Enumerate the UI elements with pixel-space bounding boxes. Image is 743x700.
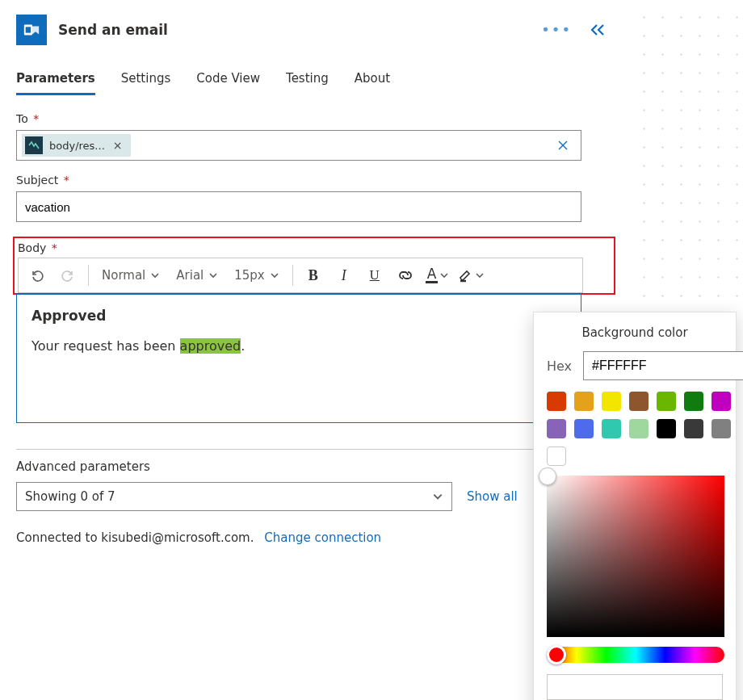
- chevron-down-icon: [432, 491, 443, 502]
- color-swatch[interactable]: [629, 392, 649, 411]
- color-swatch[interactable]: [684, 419, 703, 438]
- color-swatch[interactable]: [547, 392, 566, 411]
- color-swatch[interactable]: [712, 419, 731, 438]
- color-swatch[interactable]: [684, 392, 703, 411]
- toolbar-separator: [292, 265, 293, 286]
- tab-bar: Parameters Settings Code View Testing Ab…: [16, 65, 606, 96]
- hex-label: Hex: [547, 358, 572, 374]
- background-color-popover: Background color Hex: [533, 312, 737, 700]
- body-paragraph: Your request has been approved.: [31, 338, 566, 354]
- toolbar-separator: [88, 265, 89, 286]
- panel-title: Send an email: [58, 22, 530, 38]
- tab-settings[interactable]: Settings: [121, 65, 171, 95]
- subject-label: Subject *: [16, 174, 606, 187]
- connection-info: Connected to kisubedi@microsoft.com. Cha…: [16, 530, 606, 545]
- color-swatch[interactable]: [547, 419, 566, 438]
- color-swatch[interactable]: [712, 392, 731, 411]
- underline-button[interactable]: U: [361, 262, 388, 289]
- to-token-label: body/res...: [49, 140, 105, 152]
- section-divider: [16, 449, 581, 450]
- color-swatch[interactable]: [657, 392, 676, 411]
- body-heading: Approved: [31, 308, 566, 324]
- dynamic-content-icon: [25, 136, 43, 154]
- chevron-down-icon: [208, 270, 218, 280]
- link-button[interactable]: [392, 262, 419, 289]
- saturation-lightness-picker[interactable]: [547, 476, 724, 637]
- italic-button[interactable]: I: [330, 262, 358, 289]
- font-color-button[interactable]: A: [422, 262, 453, 289]
- no-color-swatch[interactable]: [547, 446, 566, 466]
- color-swatch[interactable]: [629, 419, 649, 438]
- hex-input[interactable]: [583, 351, 743, 380]
- body-label: Body *: [18, 241, 611, 254]
- undo-button[interactable]: [23, 262, 51, 289]
- popover-title: Background color: [547, 325, 723, 340]
- tab-parameters[interactable]: Parameters: [16, 65, 95, 95]
- color-swatch[interactable]: [574, 392, 594, 411]
- subject-input[interactable]: [16, 191, 581, 222]
- advanced-parameters-label: Advanced parameters: [16, 459, 606, 474]
- hue-slider[interactable]: [547, 647, 724, 663]
- advanced-parameters-select[interactable]: Showing 0 of 7: [16, 482, 452, 511]
- color-swatch[interactable]: [574, 419, 594, 438]
- remove-token-icon[interactable]: ×: [111, 140, 124, 151]
- outlook-icon: [16, 15, 47, 45]
- color-swatches: [547, 392, 723, 438]
- picker-thumb[interactable]: [539, 467, 556, 485]
- font-select[interactable]: Arial: [170, 262, 225, 289]
- highlight-color-button[interactable]: [455, 262, 488, 289]
- chevron-down-icon: [150, 270, 160, 280]
- hue-thumb[interactable]: [547, 645, 566, 664]
- tab-code-view[interactable]: Code View: [196, 65, 260, 95]
- show-all-link[interactable]: Show all: [467, 489, 518, 504]
- required-marker: *: [30, 112, 39, 125]
- required-marker: *: [60, 174, 69, 187]
- tab-about[interactable]: About: [355, 65, 390, 95]
- chevron-down-icon: [439, 270, 449, 280]
- highlighted-word: approved: [180, 338, 241, 354]
- body-highlight-annotation: Body * Normal Arial 15px B: [13, 237, 615, 295]
- more-actions-icon[interactable]: •••: [541, 23, 572, 37]
- to-token[interactable]: body/res... ×: [22, 134, 131, 157]
- size-select[interactable]: 15px: [228, 262, 286, 289]
- panel-header: Send an email •••: [16, 15, 606, 45]
- redo-button[interactable]: [54, 262, 82, 289]
- to-label: To *: [16, 112, 606, 125]
- body-editor[interactable]: Approved Your request has been approved.: [16, 294, 581, 423]
- color-swatch[interactable]: [602, 392, 621, 411]
- color-swatch[interactable]: [602, 419, 621, 438]
- bold-button[interactable]: B: [300, 262, 327, 289]
- designer-canvas-background: [630, 0, 743, 307]
- required-marker: *: [48, 241, 57, 254]
- color-swatch[interactable]: [657, 419, 676, 438]
- change-connection-link[interactable]: Change connection: [264, 530, 381, 545]
- clear-input-icon[interactable]: [556, 139, 574, 152]
- svg-rect-1: [26, 27, 31, 32]
- chevron-down-icon: [475, 270, 485, 280]
- format-select[interactable]: Normal: [95, 262, 166, 289]
- chevron-down-icon: [270, 270, 279, 280]
- to-input[interactable]: body/res... ×: [16, 130, 581, 161]
- rte-toolbar: Normal Arial 15px B I U A: [18, 258, 583, 293]
- collapse-panel-icon[interactable]: [590, 23, 606, 36]
- tab-testing[interactable]: Testing: [286, 65, 329, 95]
- color-result-input[interactable]: [547, 674, 723, 700]
- action-panel: Send an email ••• Parameters Settings Co…: [0, 0, 622, 545]
